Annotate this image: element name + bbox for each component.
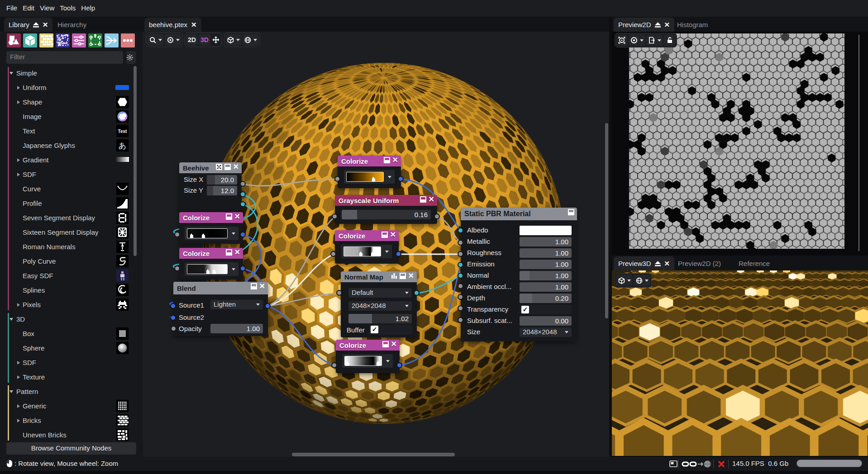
svg-text:あ: あ — [119, 142, 126, 150]
svg-text:Text: Text — [118, 129, 127, 134]
